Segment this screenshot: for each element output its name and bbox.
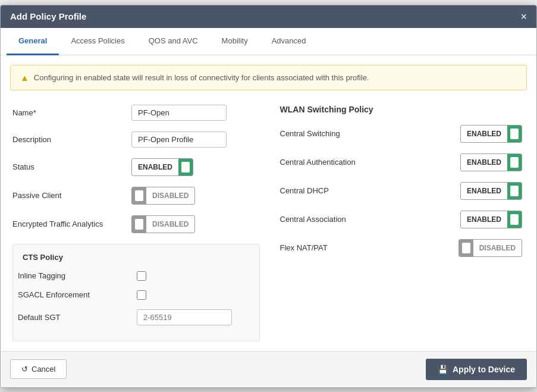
sgacl-enforcement-checkbox[interactable] [137,290,146,300]
apply-icon: 💾 [438,365,448,374]
central-association-toggle-label: ENABLED [461,213,507,226]
flex-nat-toggle[interactable]: DISABLED [459,239,522,257]
flex-nat-switch [459,240,473,256]
close-button[interactable]: × [520,11,527,22]
central-dhcp-toggle-label: ENABLED [461,184,507,197]
inline-tagging-checkbox[interactable] [137,271,146,281]
warning-banner: ▲ Configuring in enabled state will resu… [10,65,527,90]
encrypted-traffic-toggle[interactable]: DISABLED [131,215,195,233]
central-auth-toggle[interactable]: ENABLED [460,153,522,171]
encrypted-traffic-toggle-switch [132,216,146,233]
status-control: ENABLED [131,158,260,176]
tab-access-policies[interactable]: Access Policies [59,28,136,55]
central-association-row: Central Association ENABLED [278,211,525,228]
tab-mobility[interactable]: Mobility [210,28,260,55]
warning-icon: ▲ [20,73,29,83]
cancel-icon: ↺ [21,365,28,374]
central-switching-indicator [510,128,519,139]
cancel-label: Cancel [32,365,55,374]
form-area: Name* Description Status [1,95,536,351]
description-control [131,131,260,148]
default-sgt-row: Default SGT [18,309,255,325]
central-auth-switch [507,154,522,171]
status-toggle[interactable]: ENABLED [131,158,193,176]
central-switching-toggle[interactable]: ENABLED [460,125,522,143]
inline-tagging-label: Inline Tagging [18,271,137,280]
default-sgt-control [137,309,255,325]
name-control [131,105,260,121]
tabs-bar: General Access Policies QOS and AVC Mobi… [1,28,536,55]
central-dhcp-switch [507,183,522,199]
inline-tagging-row: Inline Tagging [18,271,255,281]
warning-text: Configuring in enabled state will result… [34,73,369,82]
name-row: Name* [12,105,260,121]
central-dhcp-toggle[interactable]: ENABLED [460,182,522,200]
central-switching-switch [507,126,522,142]
central-association-label: Central Association [280,215,346,224]
passive-client-row: Passive Client DISABLED [12,187,260,205]
encrypted-traffic-toggle-label: DISABLED [146,218,194,231]
central-switching-toggle-label: ENABLED [461,127,507,140]
description-input[interactable] [131,131,227,148]
status-toggle-label: ENABLED [132,161,178,174]
status-label: Status [12,162,131,171]
status-row: Status ENABLED [12,158,260,176]
sgacl-enforcement-row: SGACL Enforcement [18,290,255,300]
status-toggle-indicator [181,162,190,173]
flex-nat-indicator [462,243,470,253]
passive-client-indicator [135,190,143,201]
central-auth-toggle-label: ENABLED [461,156,507,169]
flex-nat-label: Flex NAT/PAT [280,243,328,252]
encrypted-traffic-control: DISABLED [131,215,260,233]
central-switching-row: Central Switching ENABLED [278,125,525,143]
status-toggle-switch [178,159,193,175]
apply-label: Apply to Device [453,365,515,374]
description-label: Description [12,135,131,144]
default-sgt-label: Default SGT [18,313,137,322]
central-association-toggle[interactable]: ENABLED [460,211,522,228]
modal-body: ▲ Configuring in enabled state will resu… [1,55,536,351]
encrypted-traffic-row: Encrypted Traffic Analytics DISABLED [12,215,260,233]
modal-header: Add Policy Profile × [1,5,536,28]
wlan-section-title: WLAN Switching Policy [278,105,525,114]
central-dhcp-indicator [510,186,519,196]
central-auth-row: Central Authentication ENABLED [278,153,525,171]
apply-to-device-button[interactable]: 💾 Apply to Device [426,359,527,380]
description-row: Description [12,131,260,148]
cts-section: CTS Policy Inline Tagging SGACL Enforcem… [12,244,260,341]
central-auth-label: Central Authentication [280,158,356,167]
tab-general[interactable]: General [7,28,59,55]
cts-header: CTS Policy [18,249,255,265]
central-association-switch [507,211,522,228]
central-dhcp-row: Central DHCP ENABLED [278,182,525,200]
central-switching-label: Central Switching [280,129,340,138]
central-auth-indicator [510,157,519,168]
name-input[interactable] [131,105,227,121]
central-dhcp-label: Central DHCP [280,186,329,195]
right-panel: WLAN Switching Policy Central Switching … [278,105,525,341]
passive-client-toggle-label: DISABLED [146,189,194,202]
encrypted-traffic-label: Encrypted Traffic Analytics [12,219,131,228]
left-panel: Name* Description Status [12,105,260,341]
default-sgt-input[interactable] [137,309,232,325]
flex-nat-toggle-label: DISABLED [473,242,522,255]
flex-nat-row: Flex NAT/PAT DISABLED [278,239,525,257]
name-label: Name* [12,108,131,117]
tab-advanced[interactable]: Advanced [260,28,318,55]
central-association-indicator [510,214,519,225]
modal-footer: ↺ Cancel 💾 Apply to Device [1,351,536,387]
tab-qos-avc[interactable]: QOS and AVC [137,28,210,55]
encrypted-traffic-indicator [135,219,143,230]
sgacl-enforcement-label: SGACL Enforcement [18,290,137,299]
passive-client-label: Passive Client [12,191,131,200]
modal-title: Add Policy Profile [10,11,86,21]
passive-client-control: DISABLED [131,187,260,205]
passive-client-toggle-switch [132,187,146,204]
cancel-button[interactable]: ↺ Cancel [10,359,67,379]
passive-client-toggle[interactable]: DISABLED [131,187,195,205]
